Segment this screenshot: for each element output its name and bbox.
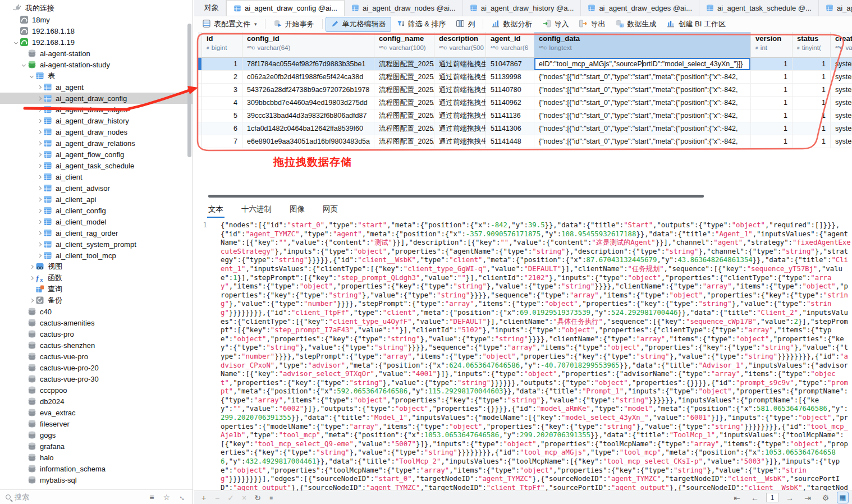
cell-agent_id[interactable]: 51141448 — [486, 135, 534, 148]
cell-agent_id[interactable]: 51047867 — [486, 58, 534, 71]
chevron-right-icon[interactable] — [36, 209, 43, 212]
chevron-right-icon[interactable] — [36, 232, 43, 235]
tab-ai_agent_draw_config @ai...[interactable]: ai_agent_draw_config @ai... — [226, 0, 345, 16]
table-row[interactable]: 2c062a2e0fb2d48f1988f6e5f424ca38d流程图配置_2… — [198, 71, 852, 84]
tree-item-cactus-vue-pro-20[interactable]: cactus-vue-pro-20 — [0, 362, 193, 373]
cell-version[interactable]: 1 — [751, 109, 793, 122]
table-row[interactable]: 178f1784ac0554ef982f67d9883b35be1流程图配置_2… — [198, 58, 852, 71]
tree-item-192.168.1.18[interactable]: 192.168.1.18 — [0, 25, 193, 36]
tree-item-ai_client_rag_order[interactable]: ai_client_rag_order — [0, 227, 193, 239]
cell-status[interactable]: 1 — [793, 97, 831, 109]
cell-creat[interactable]: system — [831, 71, 852, 84]
settings-gear-icon[interactable]: ⚙ — [819, 493, 832, 502]
cell-status[interactable]: 1 — [793, 58, 831, 71]
cell-agent_id[interactable]: 51141306 — [486, 122, 534, 135]
tree-item-ai_client_api[interactable]: ai_client_api — [0, 194, 193, 205]
chevron-down-icon[interactable] — [28, 75, 35, 77]
tab-ai_agent_draw_history @a...[interactable]: ai_agent_draw_history @a... — [463, 0, 581, 16]
cell-id[interactable]: 1 — [202, 58, 242, 71]
cell-config_id[interactable]: 309bbcbbd7e4460a94ed19803d275dd — [242, 97, 374, 109]
chevron-right-icon[interactable] — [36, 97, 43, 100]
tree-item-ai_agent_draw_nodes[interactable]: ai_agent_draw_nodes — [0, 126, 193, 138]
next-page-icon[interactable]: → — [783, 493, 796, 502]
tree-item-mybatis-sql[interactable]: mybatis-sql — [0, 474, 193, 485]
tree-item-ai_client_config[interactable]: ai_client_config — [0, 205, 193, 216]
cell-status[interactable]: 1 — [793, 71, 831, 84]
apply-changes-icon[interactable]: ✓ — [224, 493, 237, 502]
cell-config_name[interactable]: 流程图配置_2025/ — [374, 71, 434, 84]
column-header-config_name[interactable]: config_nameᴬᴮCvarchar(100) — [374, 32, 434, 58]
refresh-icon[interactable]: ↻ — [251, 493, 264, 502]
cell-config_id[interactable]: 39ccc313bad44d3a9832f6b806adfd87 — [242, 109, 374, 122]
cell-config_id[interactable]: 78f1784ac0554ef982f67d9883b35be1 — [242, 58, 374, 71]
column-header-agent_id[interactable]: agent_idᴬᴮCvarchar(6 — [486, 32, 534, 58]
cell-config_id[interactable]: 1cfa0d1482c0464ba12642ffa8539f60 — [242, 122, 374, 135]
cell-config_name[interactable]: 流程图配置_2025/ — [374, 58, 434, 71]
tree-item-ai_agent_draw_history[interactable]: ai_agent_draw_history — [0, 115, 193, 126]
cell-id[interactable]: 2 — [202, 71, 242, 84]
tree-item-ai_agent[interactable]: ai_agent — [0, 81, 193, 93]
grid-horizontal-scrollbar[interactable] — [208, 195, 704, 198]
stop-icon[interactable]: ■ — [264, 494, 278, 501]
cell-creat[interactable]: system — [831, 135, 852, 148]
column-header-creat[interactable]: creatᴬᴮCvar — [831, 32, 852, 58]
sidebar-scrollbar[interactable] — [187, 24, 192, 164]
chevron-down-icon[interactable] — [20, 63, 28, 66]
column-header-description[interactable]: descriptionᴬᴮCvarchar(500 — [434, 32, 486, 58]
viewer-tab-十六进制[interactable]: 十六进制 — [240, 203, 273, 218]
table-row[interactable]: 61cfa0d1482c0464ba12642ffa8539f60流程图配置_2… — [198, 122, 852, 135]
toolbar-button-导出[interactable]: 导出 — [574, 17, 610, 32]
cell-config_name[interactable]: 流程图配置_2025/ — [374, 135, 434, 148]
cell-config_id[interactable]: 543726a28df24738b9ac9720726b1978 — [242, 84, 374, 97]
tree-item-ai_agent_draw_config[interactable]: ai_agent_draw_config — [0, 93, 193, 104]
cell-version[interactable]: 1 — [751, 122, 793, 135]
cell-config_name[interactable]: 流程图配置_2025/ — [374, 109, 434, 122]
cell-id[interactable]: 6 — [202, 122, 242, 135]
chevron-right-icon[interactable] — [36, 176, 43, 178]
tree-item-备份[interactable]: 备份 — [0, 295, 193, 306]
cell-version[interactable]: 1 — [751, 135, 793, 148]
cell-config_id[interactable]: e6e8901e9aa34051ad16bf9803483d5a — [242, 135, 374, 148]
chevron-right-icon[interactable] — [28, 277, 35, 280]
table-row[interactable]: 3543726a28df24738b9ac9720726b1978流程图配置_2… — [198, 84, 852, 97]
chevron-right-icon[interactable] — [36, 254, 43, 257]
tree-item-fileserver[interactable]: fileserver — [0, 418, 193, 429]
json-content[interactable]: {"nodes":[{"id":"start_0","type":"start"… — [210, 221, 852, 491]
chevron-right-icon[interactable] — [36, 120, 43, 122]
search-input[interactable]: 搜索 — [15, 492, 140, 502]
favorites-icon[interactable]: ☆ — [163, 493, 170, 502]
cell-description[interactable]: 通过前端拖拽生成 — [434, 58, 486, 71]
column-header-version[interactable]: version#int — [751, 32, 793, 58]
cell-version[interactable]: 1 — [751, 58, 793, 71]
toolbar-button-创建 BI 工作区[interactable]: 创建 BI 工作区 — [661, 17, 731, 32]
cell-config_data-editing[interactable]: eID":"tool_mcp_aMGjs","sourcePortID":"mo… — [534, 58, 751, 71]
collapse-all-icon[interactable]: ↔ — [179, 493, 187, 502]
tree-item-18my[interactable]: 18my — [0, 14, 193, 25]
scrollbar-thumb[interactable] — [187, 24, 191, 157]
tree-item-ai_agent_task_schedule[interactable]: ai_agent_task_schedule — [0, 160, 193, 171]
cell-creat[interactable]: system — [831, 58, 852, 71]
cell-id[interactable]: 5 — [202, 109, 242, 122]
chevron-right-icon[interactable] — [36, 243, 43, 246]
tree-item-grafana[interactable]: grafana — [0, 441, 193, 452]
cell-status[interactable]: 1 — [793, 122, 831, 135]
chevron-right-icon[interactable] — [28, 299, 35, 302]
tree-item-db2024[interactable]: db2024 — [0, 396, 193, 407]
cell-status[interactable]: 1 — [793, 135, 831, 148]
cell-creat[interactable]: system — [831, 97, 852, 109]
tree-item-ai-agent-station-study[interactable]: ai-agent-station-study — [0, 59, 193, 70]
cell-config_name[interactable]: 流程图配置_2025/ — [374, 84, 434, 97]
viewer-tab-图像[interactable]: 图像 — [288, 203, 306, 218]
toolbar-button-筛选 & 排序[interactable]: 筛选 & 排序 — [391, 17, 451, 32]
cell-description[interactable]: 通过前端拖拽生成 — [434, 122, 486, 135]
cell-config_name[interactable]: 流程图配置_2025/ — [374, 122, 434, 135]
column-header-config_id[interactable]: config_idᴬᴮCvarchar(64) — [242, 32, 374, 58]
tree-item-ai_agent_flow_config[interactable]: ai_agent_flow_config — [0, 149, 193, 160]
tree-item-192.168.1.19[interactable]: 192.168.1.19 — [0, 36, 193, 48]
cell-description[interactable]: 通过前端拖拽生成 — [434, 71, 486, 84]
table-row[interactable]: 539ccc313bad44d3a9832f6b806adfd87流程图配置_2… — [198, 109, 852, 122]
tab-ai_agent_draw_edges @ai...[interactable]: ai_agent_draw_edges @ai... — [581, 0, 699, 16]
table-row[interactable]: 7e6e8901e9aa34051ad16bf9803483d5a流程图配置_2… — [198, 135, 852, 148]
cell-config_id[interactable]: c062a2e0fb2d48f1988f6e5f424ca38d — [242, 71, 374, 84]
chevron-right-icon[interactable] — [36, 164, 43, 167]
